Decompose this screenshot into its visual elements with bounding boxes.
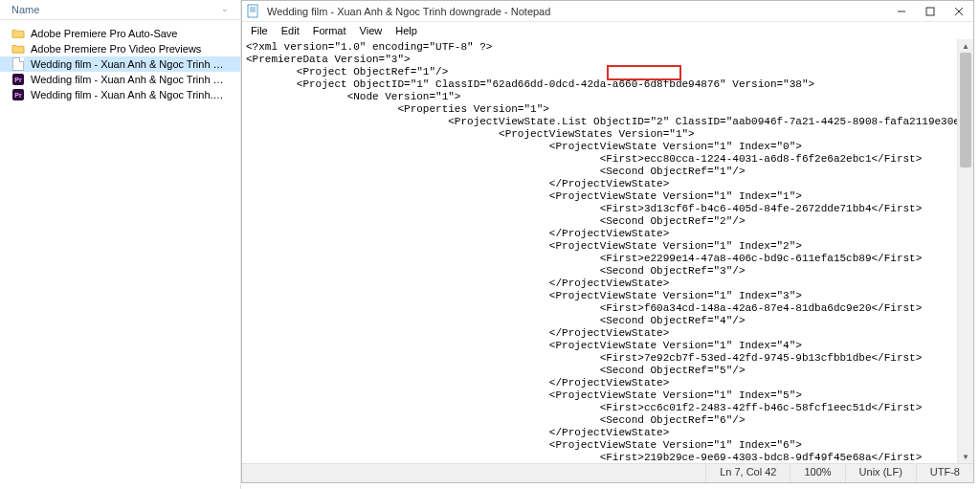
scroll-down-arrow[interactable]: ▼ — [958, 450, 973, 463]
menu-help[interactable]: Help — [389, 24, 424, 37]
text-editor[interactable]: <?xml version="1.0" encoding="UTF-8" ?> … — [242, 39, 973, 463]
prproj-icon: Pr — [11, 73, 25, 86]
editor-area: <?xml version="1.0" encoding="UTF-8" ?> … — [242, 39, 973, 463]
file-label: Wedding film - Xuan Anh & Ngoc Trinh.prp… — [31, 89, 229, 100]
file-label: Adobe Premiere Pro Auto-Save — [31, 28, 177, 39]
menu-format[interactable]: Format — [306, 24, 353, 37]
svg-rect-5 — [926, 8, 934, 15]
notepad-icon — [246, 4, 261, 19]
titlebar[interactable]: Wedding film - Xuan Anh & Ngoc Trinh dow… — [242, 1, 973, 22]
file-row[interactable]: Adobe Premiere Pro Auto-Save — [0, 26, 240, 41]
statusbar: Ln 7, Col 42 100% Unix (LF) UTF-8 — [242, 463, 973, 482]
file-label: Wedding film - Xuan Anh & Ngoc Trinh dow… — [31, 74, 229, 85]
status-caret-position: Ln 7, Col 42 — [705, 464, 790, 482]
explorer-column-header[interactable]: Name ⌄ — [0, 0, 240, 20]
status-zoom: 100% — [790, 464, 844, 482]
menu-edit[interactable]: Edit — [275, 24, 306, 37]
folder-icon — [11, 27, 25, 40]
maximize-button[interactable] — [916, 1, 945, 22]
prproj-icon: Pr — [11, 88, 25, 101]
chevron-down-icon: ⌄ — [221, 4, 229, 13]
scroll-thumb[interactable] — [960, 53, 971, 167]
file-row[interactable]: Wedding film - Xuan Anh & Ngoc Trinh dow… — [0, 56, 240, 72]
close-button[interactable] — [945, 1, 973, 22]
minimize-button[interactable] — [887, 1, 916, 22]
window-title: Wedding film - Xuan Anh & Ngoc Trinh dow… — [267, 6, 887, 17]
vertical-scrollbar[interactable]: ▲ ▼ — [957, 39, 973, 463]
column-header-name: Name — [11, 4, 39, 15]
status-line-ending: Unix (LF) — [845, 464, 916, 482]
folder-icon — [11, 42, 25, 56]
generic-file-icon — [11, 57, 25, 71]
notepad-window: Wedding film - Xuan Anh & Ngoc Trinh dow… — [241, 0, 974, 483]
status-encoding: UTF-8 — [916, 464, 973, 482]
menubar: FileEditFormatViewHelp — [242, 22, 973, 39]
file-list: Adobe Premiere Pro Auto-SaveAdobe Premie… — [0, 20, 240, 108]
menu-view[interactable]: View — [353, 24, 390, 37]
file-explorer-panel: Name ⌄ Adobe Premiere Pro Auto-SaveAdobe… — [0, 0, 241, 489]
file-label: Wedding film - Xuan Anh & Ngoc Trinh dow… — [31, 58, 229, 70]
scroll-up-arrow[interactable]: ▲ — [958, 39, 973, 53]
file-row[interactable]: PrWedding film - Xuan Anh & Ngoc Trinh.p… — [0, 87, 240, 102]
file-row[interactable]: Adobe Premiere Pro Video Previews — [0, 41, 240, 56]
file-row[interactable]: PrWedding film - Xuan Anh & Ngoc Trinh d… — [0, 72, 240, 87]
file-label: Adobe Premiere Pro Video Previews — [31, 43, 201, 55]
menu-file[interactable]: File — [244, 24, 275, 37]
